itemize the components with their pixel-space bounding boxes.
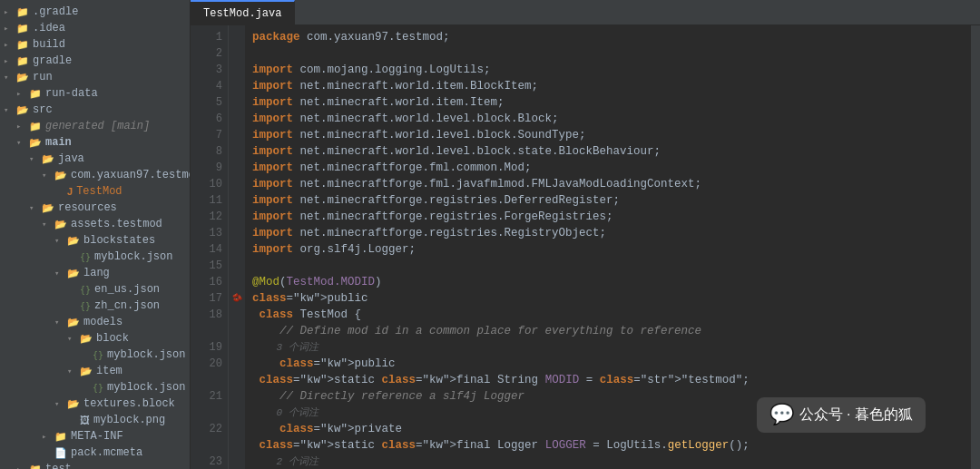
sidebar-item-myblock-json-bs[interactable]: {}myblock.json <box>0 249 190 265</box>
gutter-empty <box>229 241 245 258</box>
tree-label: src <box>33 103 53 116</box>
sidebar-item-META-INF[interactable]: 📁META-INF <box>0 428 190 445</box>
scrollbar[interactable] <box>971 25 980 469</box>
gutter-empty <box>229 78 245 94</box>
sidebar-item-gradle2[interactable]: 📁gradle <box>0 53 190 69</box>
folder-icon: 📂 <box>16 72 29 83</box>
file-java-icon: J <box>67 186 73 197</box>
hint-text: 0 个词注 <box>252 407 318 418</box>
folder-icon: 📂 <box>16 104 29 116</box>
sidebar-item-com-pkg[interactable]: 📂com.yaxuan97.testmod <box>0 167 190 183</box>
tree-arrow <box>4 40 16 50</box>
gutter-empty <box>229 62 245 78</box>
tree-arrow <box>54 236 67 246</box>
sidebar-item-src[interactable]: 📂src <box>0 102 190 118</box>
folder-icon: 📂 <box>80 333 93 345</box>
tree-label: blockstates <box>83 234 155 247</box>
sidebar-item-idea[interactable]: 📁.idea <box>0 20 190 36</box>
sidebar-item-build[interactable]: 📁build <box>0 36 190 53</box>
code-line: class="kw">public <box>252 356 964 372</box>
tree-arrow <box>54 399 67 409</box>
folder-icon: 📂 <box>54 219 67 230</box>
gutter-empty <box>229 454 245 469</box>
tree-arrow <box>67 334 80 344</box>
sidebar-item-models[interactable]: 📂models <box>0 314 190 330</box>
sidebar-item-run-data[interactable]: 📁run-data <box>0 85 190 102</box>
tree-label: run <box>33 71 53 83</box>
folder-icon: 📂 <box>80 366 93 377</box>
file-json-icon: {} <box>80 301 91 311</box>
code-line: @Mod(TestMod.MODID) <box>252 274 964 290</box>
tree-arrow <box>42 432 54 442</box>
gutter-empty <box>229 111 245 127</box>
sidebar-item-java[interactable]: 📂java <box>0 151 190 167</box>
gutter-bean-icon: 🫘 <box>229 290 245 307</box>
code-line: import net.minecraft.world.level.block.s… <box>252 143 964 160</box>
sidebar-item-blockstates[interactable]: 📂blockstates <box>0 232 190 249</box>
tab-testmod[interactable]: TestMod.java <box>191 0 295 24</box>
sidebar-item-item[interactable]: 📂item <box>0 363 190 379</box>
folder-icon: 📁 <box>16 23 29 34</box>
tree-arrow <box>29 203 42 213</box>
code-line: package com.yaxuan97.testmod; <box>252 29 964 45</box>
sidebar-item-myblock-png[interactable]: 🖼myblock.png <box>0 412 190 428</box>
code-line: import net.minecraft.world.level.block.S… <box>252 127 964 143</box>
sidebar-item-TestMod[interactable]: JTestMod <box>0 183 190 200</box>
gutter-empty <box>229 45 245 62</box>
tree-label: models <box>83 316 122 328</box>
gutter-empty <box>229 307 245 323</box>
tree-label: block <box>96 332 129 345</box>
sidebar-item-block[interactable]: 📂block <box>0 330 190 347</box>
line-numbers: 123456789101112131415161718.1920.21.22.2… <box>191 25 229 469</box>
code-line: import net.minecraftforge.registries.Reg… <box>252 225 964 241</box>
sidebar-item-pack-mcmeta[interactable]: 📄pack.mcmeta <box>0 445 190 461</box>
folder-icon: 📁 <box>16 55 29 67</box>
gutter-empty <box>229 209 245 225</box>
file-json-icon: {} <box>93 350 103 360</box>
sidebar-item-en-us[interactable]: {}en_us.json <box>0 281 190 298</box>
sidebar-item-textures-block[interactable]: 📂textures.block <box>0 396 190 412</box>
gutter-empty <box>229 372 245 388</box>
tree-arrow <box>67 366 80 376</box>
gutter-empty <box>229 160 245 176</box>
gutter-empty <box>229 176 245 192</box>
folder-icon: 📁 <box>16 6 29 18</box>
sidebar-item-assets-testmod[interactable]: 📂assets.testmod <box>0 216 190 232</box>
folder-icon: 📂 <box>67 235 80 247</box>
folder-icon: 📂 <box>67 398 80 410</box>
gutter-empty <box>229 339 245 356</box>
sidebar-item-test[interactable]: 📁test <box>0 461 190 469</box>
sidebar-item-generated[interactable]: 📁generated [main] <box>0 118 190 134</box>
folder-icon: 📂 <box>67 268 80 279</box>
code-line-hint: 2 个词注 <box>252 454 964 469</box>
code-line-hint: 3 个词注 <box>252 339 964 356</box>
tree-label: textures.block <box>83 397 175 410</box>
sidebar-item-resources[interactable]: 📂resources <box>0 200 190 216</box>
tree-label: pack.mcmeta <box>71 446 142 459</box>
code-line <box>252 45 964 62</box>
tree-label: META-INF <box>71 430 123 443</box>
sidebar-item-main[interactable]: 📂main <box>0 134 190 151</box>
sidebar-item-myblock-json-bl[interactable]: {}myblock.json <box>0 347 190 363</box>
tab-label: TestMod.java <box>203 7 281 20</box>
gutter-empty <box>229 323 245 339</box>
tree-label: .gradle <box>33 5 78 18</box>
editor-tabs: TestMod.java <box>191 0 980 25</box>
folder-icon: 📁 <box>29 121 42 132</box>
code-line: import com.mojang.logging.LogUtils; <box>252 62 964 78</box>
hint-text: 3 个词注 <box>252 342 318 353</box>
sidebar-item-lang[interactable]: 📂lang <box>0 265 190 281</box>
tree-label: com.yaxuan97.testmod <box>71 169 191 181</box>
tree-label: myblock.json <box>107 381 185 394</box>
file-icon: 📄 <box>54 447 67 459</box>
file-json-icon: {} <box>80 285 91 295</box>
tree-label: zh_cn.json <box>94 299 160 312</box>
file-tree[interactable]: 📁.gradle📁.idea📁build📁gradle📂run📁run-data… <box>0 0 191 469</box>
tree-label: build <box>33 38 65 51</box>
tree-label: generated [main] <box>45 120 150 132</box>
file-json-icon: {} <box>93 383 103 393</box>
sidebar-item-run[interactable]: 📂run <box>0 69 190 85</box>
sidebar-item-myblock-json-it[interactable]: {}myblock.json <box>0 379 190 396</box>
sidebar-item-zh-cn[interactable]: {}zh_cn.json <box>0 298 190 314</box>
sidebar-item-gradle[interactable]: 📁.gradle <box>0 4 190 20</box>
